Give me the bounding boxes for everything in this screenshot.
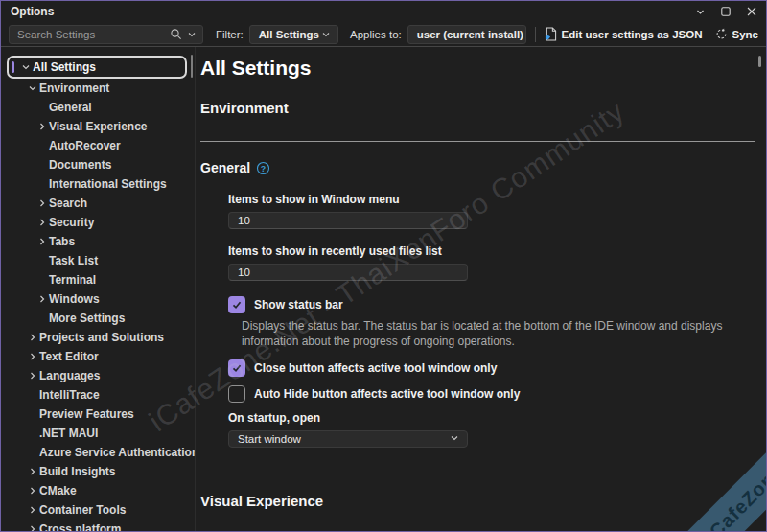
section-heading-visual-experience: Visual Experience bbox=[200, 493, 756, 509]
sidebar-item-search[interactable]: Search bbox=[1, 194, 195, 213]
sidebar-item-security[interactable]: Security bbox=[1, 213, 195, 232]
chevron-down-icon[interactable] bbox=[19, 62, 33, 72]
sidebar-item-label: Container Tools bbox=[39, 503, 126, 517]
chevron-down-icon bbox=[450, 433, 459, 445]
sidebar-item-label: .NET MAUI bbox=[39, 427, 98, 440]
settings-tree: All SettingsEnvironmentGeneralVisual Exp… bbox=[1, 47, 196, 531]
sidebar-item-label: Terminal bbox=[49, 273, 96, 287]
chevron-right-icon[interactable] bbox=[35, 198, 49, 208]
on-startup-open-dropdown[interactable]: Start window bbox=[228, 430, 468, 448]
sidebar-item-build-insights[interactable]: Build Insights bbox=[1, 462, 195, 481]
sidebar-item-languages[interactable]: Languages bbox=[1, 366, 195, 385]
sidebar-item-label: AutoRecover bbox=[49, 139, 121, 152]
tree-scrollbar-thumb[interactable] bbox=[191, 55, 193, 78]
sidebar-item-label: All Settings bbox=[33, 60, 96, 74]
chevron-right-icon[interactable] bbox=[35, 122, 49, 131]
close-icon[interactable] bbox=[745, 5, 758, 18]
checkbox-label: Close button affects active tool window … bbox=[254, 361, 497, 375]
items-to-show-in-window-menu-input[interactable] bbox=[228, 212, 468, 229]
checkbox-label: Show status bar bbox=[254, 298, 343, 312]
sidebar-item-label: Windows bbox=[49, 292, 100, 306]
select-label: On startup, open bbox=[228, 411, 756, 425]
filter-dropdown[interactable]: All Settings bbox=[249, 25, 338, 44]
sidebar-item-label: Environment bbox=[39, 81, 109, 95]
sidebar-item-label: Security bbox=[49, 216, 94, 229]
sidebar-item-tabs[interactable]: Tabs bbox=[1, 232, 195, 251]
window-controls bbox=[693, 5, 758, 18]
search-icon bbox=[170, 28, 182, 40]
field-label: Items to show in Window menu bbox=[228, 193, 756, 206]
checkbox-unchecked[interactable] bbox=[228, 385, 245, 403]
show-status-bar-checkbox-row: Show status bar bbox=[228, 296, 756, 313]
main-scrollbar-thumb[interactable] bbox=[758, 56, 761, 67]
chevron-right-icon[interactable] bbox=[26, 467, 39, 476]
maximize-icon[interactable] bbox=[719, 5, 732, 18]
selection-accent-bar bbox=[12, 61, 14, 73]
window-title: Options bbox=[11, 5, 54, 18]
sidebar-item-intellitrace[interactable]: IntelliTrace bbox=[1, 385, 195, 405]
page-title: All Settings bbox=[200, 57, 756, 80]
chevron-down-icon bbox=[321, 30, 331, 39]
chevron-right-icon[interactable] bbox=[26, 505, 39, 515]
sidebar-item-label: International Settings bbox=[49, 177, 167, 191]
applies-to-label: Applies to: bbox=[350, 29, 402, 40]
auto-hide-button-affects-active-tool-window-only-checkbox-row: Auto Hide button affects active tool win… bbox=[228, 385, 756, 403]
chevron-down-icon[interactable] bbox=[26, 83, 39, 93]
checkbox-checked[interactable] bbox=[228, 296, 245, 313]
chevron-right-icon[interactable] bbox=[35, 218, 49, 227]
sidebar-item-visual-experience[interactable]: Visual Experience bbox=[1, 117, 195, 136]
items-to-show-in-recently-used-files-list-input[interactable] bbox=[228, 264, 468, 281]
sidebar-item-terminal[interactable]: Terminal bbox=[1, 270, 195, 289]
sidebar-item-more-settings[interactable]: More Settings bbox=[1, 309, 195, 328]
chevron-right-icon[interactable] bbox=[26, 352, 39, 361]
filter-label: Filter: bbox=[216, 29, 244, 40]
sidebar-item-documents[interactable]: Documents bbox=[1, 155, 195, 174]
sidebar-item-general[interactable]: General bbox=[1, 98, 195, 117]
sidebar-item-container-tools[interactable]: Container Tools bbox=[1, 500, 195, 520]
close-button-affects-active-tool-window-only-checkbox-row: Close button affects active tool window … bbox=[228, 359, 756, 377]
chevron-right-icon[interactable] bbox=[26, 371, 39, 381]
sidebar-item-preview-features[interactable]: Preview Features bbox=[1, 405, 195, 424]
sidebar-item-label: Documents bbox=[49, 158, 111, 172]
group-heading-row: General ? bbox=[200, 160, 756, 175]
checkbox-checked[interactable] bbox=[228, 359, 245, 377]
chevron-right-icon[interactable] bbox=[35, 294, 49, 304]
chevron-right-icon[interactable] bbox=[26, 486, 39, 496]
checkbox-label: Auto Hide button affects active tool win… bbox=[254, 387, 520, 401]
search-options-chevron-icon[interactable] bbox=[187, 30, 197, 39]
sidebar-item-azure-service-authentication[interactable]: Azure Service Authentication bbox=[1, 443, 195, 462]
sidebar-item-cmake[interactable]: CMake bbox=[1, 481, 195, 500]
sidebar-item-text-editor[interactable]: Text Editor bbox=[1, 347, 195, 366]
sidebar-item-label: Preview Features bbox=[39, 407, 134, 421]
checkmark-icon bbox=[231, 362, 243, 374]
sidebar-item-windows[interactable]: Windows bbox=[1, 289, 195, 309]
field-label: Items to show in recently used files lis… bbox=[228, 244, 756, 258]
chevron-right-icon[interactable] bbox=[26, 333, 39, 342]
search-box[interactable] bbox=[9, 25, 203, 44]
sidebar-item-all-settings[interactable]: All Settings bbox=[7, 56, 187, 79]
chevron-right-icon[interactable] bbox=[26, 524, 39, 531]
help-icon[interactable]: ? bbox=[256, 161, 270, 175]
chevron-right-icon[interactable] bbox=[35, 237, 49, 246]
sidebar-item-net-maui[interactable]: .NET MAUI bbox=[1, 424, 195, 443]
sidebar-item-international-settings[interactable]: International Settings bbox=[1, 174, 195, 194]
sidebar-item-environment[interactable]: Environment bbox=[1, 79, 195, 98]
sidebar-item-task-list[interactable]: Task List bbox=[1, 251, 195, 270]
sidebar-item-autorecover[interactable]: AutoRecover bbox=[1, 136, 195, 155]
sidebar-item-label: IntelliTrace bbox=[39, 388, 100, 402]
applies-to-dropdown[interactable]: user (current install) bbox=[407, 25, 526, 44]
dialog-body: All SettingsEnvironmentGeneralVisual Exp… bbox=[1, 47, 766, 531]
sidebar-item-label: Tabs bbox=[49, 235, 75, 248]
sidebar-item-label: Task List bbox=[49, 254, 98, 267]
toolbar: Filter: All Settings Applies to: user (c… bbox=[1, 22, 766, 47]
sidebar-item-cross-platform[interactable]: Cross platform bbox=[1, 520, 195, 531]
chevron-down-icon[interactable] bbox=[693, 5, 707, 18]
sync-button[interactable]: Sync bbox=[715, 28, 759, 40]
edit-user-settings-json-button[interactable]: Edit user settings as JSON bbox=[545, 27, 703, 41]
options-dialog: Options Filter: All Settings bbox=[0, 0, 767, 532]
on-startup-open-group: On startup, openStart window bbox=[228, 411, 756, 448]
search-input[interactable] bbox=[17, 29, 165, 40]
section-divider bbox=[200, 474, 755, 474]
sidebar-item-projects-and-solutions[interactable]: Projects and Solutions bbox=[1, 328, 195, 347]
sidebar-item-label: Build Insights bbox=[39, 465, 115, 478]
